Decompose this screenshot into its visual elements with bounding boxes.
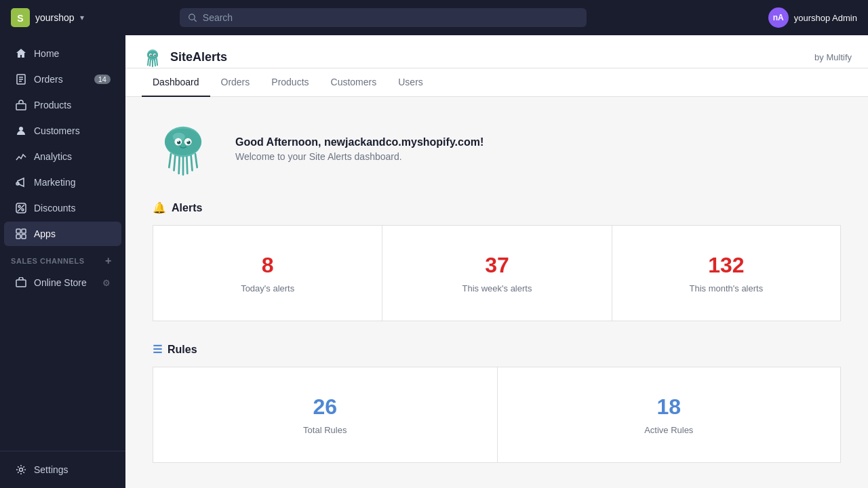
alerts-section-title: 🔔 Alerts — [153, 201, 841, 214]
user-name: yourshop Admin — [794, 13, 857, 23]
sidebar-item-customers[interactable]: Customers — [4, 119, 121, 143]
todays-alerts-label: Today's alerts — [241, 283, 294, 293]
weekly-alerts-value: 37 — [485, 253, 509, 278]
svg-line-42 — [174, 156, 176, 171]
main-content: SiteAlerts by Multify Dashboard Orders P… — [125, 35, 868, 488]
sidebar-item-apps[interactable]: Apps — [4, 222, 121, 246]
monthly-alerts-value: 132 — [708, 253, 744, 278]
svg-point-12 — [22, 209, 24, 211]
orders-icon — [15, 73, 27, 85]
svg-point-9 — [19, 127, 23, 131]
alerts-cards: 8 Today's alerts 37 This week's alerts 1… — [153, 225, 841, 321]
total-rules-label: Total Rules — [303, 425, 347, 435]
total-rules-value: 26 — [313, 394, 337, 420]
sidebar: Home Orders 14 Products Customers — [0, 35, 125, 488]
tabs: Dashboard Orders Products Customers User… — [125, 68, 868, 97]
svg-line-41 — [169, 154, 171, 167]
sidebar-item-marketing[interactable]: Marketing — [4, 170, 121, 195]
apps-icon — [15, 228, 27, 240]
svg-line-31 — [157, 59, 157, 65]
shop-logo[interactable]: S yourshop ▾ — [11, 8, 84, 27]
online-store-settings-icon[interactable]: ⚙ — [102, 278, 111, 288]
svg-text:S: S — [17, 13, 23, 24]
active-rules-value: 18 — [656, 394, 681, 420]
bell-icon: 🔔 — [153, 201, 166, 214]
weekly-alerts-label: This week's alerts — [462, 283, 532, 293]
tab-orders[interactable]: Orders — [210, 68, 261, 97]
online-store-icon — [15, 277, 27, 289]
svg-line-46 — [191, 156, 193, 171]
svg-rect-15 — [16, 229, 20, 233]
svg-point-2 — [189, 14, 195, 20]
total-rules-card: 26 Total Rules — [153, 367, 497, 463]
chevron-down-icon: ▾ — [80, 13, 84, 22]
sidebar-item-analytics[interactable]: Analytics — [4, 144, 121, 169]
search-icon — [188, 13, 197, 22]
welcome-greeting: Good Afternoon, newjackandco.myshopify.c… — [235, 136, 484, 148]
svg-point-11 — [18, 205, 20, 207]
add-channel-button[interactable]: + — [102, 255, 115, 267]
topnav: S yourshop ▾ nA yourshop Admin — [0, 0, 868, 35]
rules-section-title: ☰ Rules — [153, 343, 841, 356]
analytics-icon — [15, 150, 27, 163]
svg-point-22 — [147, 51, 158, 59]
sidebar-item-orders[interactable]: Orders 14 — [4, 67, 121, 92]
search-input[interactable] — [203, 12, 579, 23]
settings-icon — [15, 464, 27, 476]
svg-rect-18 — [22, 235, 26, 239]
svg-rect-8 — [16, 104, 26, 110]
svg-rect-19 — [16, 280, 26, 287]
weekly-alerts-card: 37 This week's alerts — [382, 225, 611, 321]
svg-rect-17 — [16, 235, 20, 239]
user-menu[interactable]: nA yourshop Admin — [768, 7, 857, 28]
svg-point-40 — [187, 140, 189, 142]
products-icon — [15, 99, 27, 111]
svg-line-27 — [148, 59, 149, 65]
svg-line-43 — [179, 157, 180, 174]
home-icon — [15, 47, 27, 60]
svg-point-26 — [155, 55, 156, 56]
welcome-text: Good Afternoon, newjackandco.myshopify.c… — [235, 136, 484, 162]
svg-line-30 — [155, 60, 155, 66]
svg-line-47 — [195, 154, 197, 167]
svg-point-39 — [178, 140, 179, 142]
active-rules-card: 18 Active Rules — [497, 367, 842, 463]
sidebar-item-discounts[interactable]: Discounts — [4, 196, 121, 220]
app-title-row: SiteAlerts — [142, 35, 227, 68]
welcome-section: Good Afternoon, newjackandco.myshopify.c… — [153, 119, 841, 180]
svg-line-3 — [195, 20, 197, 22]
svg-rect-16 — [22, 229, 26, 233]
monthly-alerts-label: This month's alerts — [689, 283, 763, 293]
tab-customers[interactable]: Customers — [320, 68, 388, 97]
app-logo-icon — [142, 46, 163, 68]
svg-point-20 — [20, 468, 23, 472]
avatar: nA — [768, 7, 789, 28]
sidebar-item-home[interactable]: Home — [4, 41, 121, 66]
jellyfish-mascot — [153, 119, 214, 180]
app-title: SiteAlerts — [170, 50, 227, 64]
sidebar-bottom: Settings — [0, 451, 125, 483]
tab-products[interactable]: Products — [260, 68, 319, 97]
marketing-icon — [15, 176, 27, 188]
discounts-icon — [15, 202, 27, 214]
monthly-alerts-card: 132 This month's alerts — [612, 225, 841, 321]
sidebar-item-settings[interactable]: Settings — [4, 458, 121, 482]
search-bar — [180, 8, 587, 27]
channels-section-label: SALES CHANNELS + — [0, 247, 125, 270]
sidebar-item-online-store[interactable]: Online Store ⚙ — [4, 270, 121, 295]
orders-badge: 14 — [94, 75, 111, 84]
sidebar-item-products[interactable]: Products — [4, 93, 121, 117]
app-header: SiteAlerts by Multify — [125, 35, 868, 68]
todays-alerts-value: 8 — [262, 253, 274, 278]
shopify-icon: S — [11, 8, 30, 27]
todays-alerts-card: 8 Today's alerts — [153, 225, 382, 321]
rules-cards: 26 Total Rules 18 Active Rules — [153, 367, 841, 463]
by-multify-label: by Multify — [814, 41, 852, 62]
tab-dashboard[interactable]: Dashboard — [142, 68, 210, 97]
svg-line-28 — [150, 60, 151, 66]
svg-point-33 — [165, 128, 201, 155]
active-rules-label: Active Rules — [644, 425, 693, 435]
shop-name: yourshop — [35, 12, 75, 23]
content-area: Good Afternoon, newjackandco.myshopify.c… — [125, 97, 868, 488]
tab-users[interactable]: Users — [387, 68, 434, 97]
